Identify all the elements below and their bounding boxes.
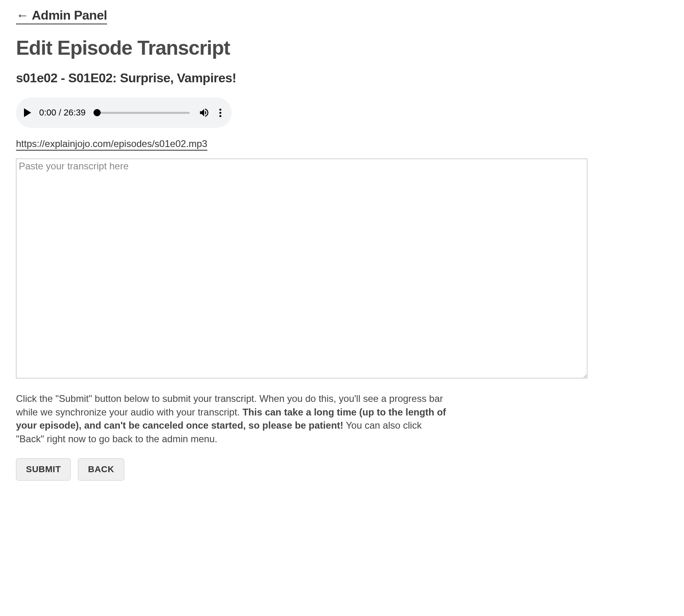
back-link-label: Admin Panel	[32, 8, 107, 23]
arrow-left-icon: ←	[16, 8, 29, 23]
transcript-textarea[interactable]	[16, 159, 587, 378]
audio-seek-slider[interactable]	[93, 109, 190, 117]
page-title: Edit Episode Transcript	[16, 36, 668, 60]
play-icon[interactable]	[24, 108, 31, 117]
audio-track-bar	[93, 112, 190, 114]
audio-track-knob[interactable]	[93, 109, 101, 116]
audio-duration: 26:39	[64, 107, 86, 117]
audio-url-link[interactable]: https://explainjojo.com/episodes/s01e02.…	[16, 138, 207, 151]
help-text: Click the "Submit" button below to submi…	[16, 392, 447, 445]
back-button[interactable]: BACK	[78, 458, 124, 481]
kebab-menu-icon[interactable]	[217, 106, 224, 119]
submit-button[interactable]: SUBMIT	[16, 458, 71, 481]
admin-panel-back-link[interactable]: ← Admin Panel	[16, 8, 107, 24]
episode-title: s01e02 - S01E02: Surprise, Vampires!	[16, 71, 668, 85]
audio-time-display: 0:00 / 26:39	[39, 107, 86, 118]
audio-player[interactable]: 0:00 / 26:39	[16, 97, 232, 128]
button-row: SUBMIT BACK	[16, 458, 668, 481]
audio-current-time: 0:00	[39, 107, 56, 117]
volume-icon[interactable]	[199, 107, 210, 118]
